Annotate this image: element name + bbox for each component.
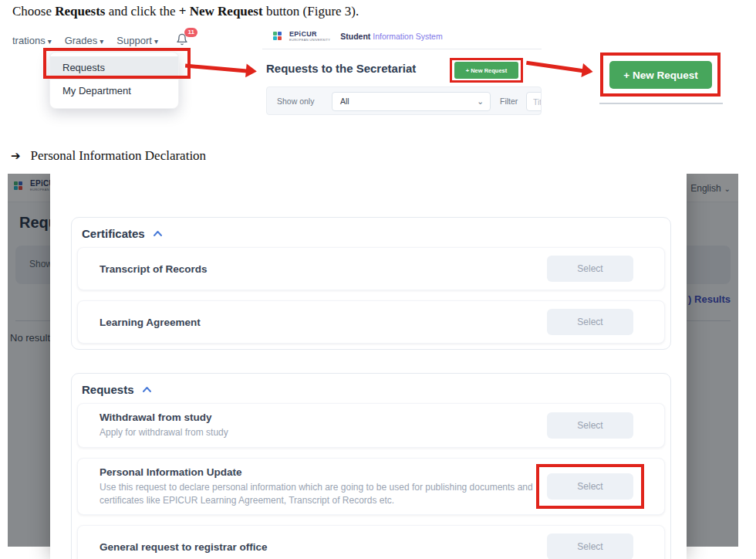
show-only-select[interactable]: All ⌄ xyxy=(332,92,491,111)
section-title: Requests xyxy=(82,383,134,396)
section-header[interactable]: Certificates xyxy=(82,227,665,240)
epicur-logo-icon xyxy=(273,32,282,41)
page-title: Requests to the Secretariat xyxy=(266,62,416,75)
divider xyxy=(599,103,723,104)
annotation-box-requests xyxy=(43,48,191,79)
instruction-bold-requests: Requests xyxy=(55,4,105,19)
option-title: Personal Information Update xyxy=(100,466,547,478)
request-option-row: General request to registrar office Sele… xyxy=(77,525,665,559)
filter-label: Filter xyxy=(500,97,518,106)
chevron-up-icon xyxy=(153,230,163,237)
option-title: General request to registrar office xyxy=(100,541,268,553)
filter-bar: Show only All ⌄ Filter xyxy=(266,86,542,115)
title-filter-input[interactable] xyxy=(526,92,542,111)
nav-item-registrations[interactable]: trations▾ xyxy=(12,35,52,46)
chevron-up-icon xyxy=(142,386,152,393)
app-screenshot: EPiCUR EUROPEAN UNIVERSITY e⌄ English⌄ R… xyxy=(8,174,738,559)
nav-item-support[interactable]: Support▾ xyxy=(116,35,158,46)
select-button[interactable]: Select xyxy=(547,412,633,439)
app-header: EPiCUR EUROPEAN UNIVERSITY Student Infor… xyxy=(273,31,443,42)
instruction-bold-new-request: + New Request xyxy=(179,4,263,19)
bullet-line: ➔Personal Information Declaration xyxy=(11,148,206,164)
arrow-bullet-icon: ➔ xyxy=(11,149,21,163)
nav-item-grades[interactable]: Grades▾ xyxy=(65,35,104,46)
instruction-text: Choose Requests and click the + New Requ… xyxy=(12,4,359,19)
request-option-row-highlighted: Personal Information Update Use this req… xyxy=(77,458,665,516)
new-request-button[interactable]: + New Request xyxy=(454,62,518,79)
select-button[interactable]: Select xyxy=(547,309,633,335)
new-request-button-zoom[interactable]: + New Request xyxy=(609,61,712,89)
option-description: Apply for withdrawal from study xyxy=(100,426,228,439)
notification-badge: 11 xyxy=(184,28,197,37)
chevron-down-icon: ▾ xyxy=(48,37,52,46)
document-page: Choose Requests and click the + New Requ… xyxy=(0,0,756,559)
chevron-down-icon: ▾ xyxy=(154,37,158,46)
annotation-box-select xyxy=(536,464,644,509)
notifications-button[interactable]: 11 xyxy=(176,33,190,47)
section-certificates: Certificates Transcript of Records Selec… xyxy=(71,217,671,350)
option-title: Transcript of Records xyxy=(100,263,208,275)
request-option-row: Withdrawal from study Apply for withdraw… xyxy=(77,403,665,448)
requests-page-fragment: EPiCUR EUROPEAN UNIVERSITY Student Infor… xyxy=(262,28,542,130)
chevron-down-icon: ▾ xyxy=(100,37,103,46)
option-title: Learning Agreement xyxy=(100,317,201,328)
menu-item-my-department[interactable]: My Department xyxy=(50,80,178,103)
new-request-modal: Certificates Transcript of Records Selec… xyxy=(50,174,687,559)
section-requests: Requests Withdrawal from study Apply for… xyxy=(71,373,671,559)
select-button[interactable]: Select xyxy=(547,534,633,559)
product-title: Student Information System xyxy=(340,32,442,41)
section-title: Certificates xyxy=(82,227,145,240)
request-option-row: Transcript of Records Select xyxy=(77,247,665,290)
top-navigation: trations▾ Grades▾ Support▾ 11 xyxy=(12,33,190,47)
request-option-row: Learning Agreement Select xyxy=(77,300,665,344)
caret-down-icon: ⌄ xyxy=(477,93,484,110)
select-button[interactable]: Select xyxy=(547,256,633,282)
option-title: Withdrawal from study xyxy=(100,412,228,423)
section-header[interactable]: Requests xyxy=(82,383,665,396)
show-only-label: Show only xyxy=(277,97,314,106)
divider xyxy=(262,49,542,49)
option-description: Use this request to declare personal inf… xyxy=(100,481,547,507)
brand-text: EPiCUR EUROPEAN UNIVERSITY xyxy=(289,31,330,42)
nav-dropdown-fragment: trations▾ Grades▾ Support▾ 11 Requests M… xyxy=(11,31,251,125)
